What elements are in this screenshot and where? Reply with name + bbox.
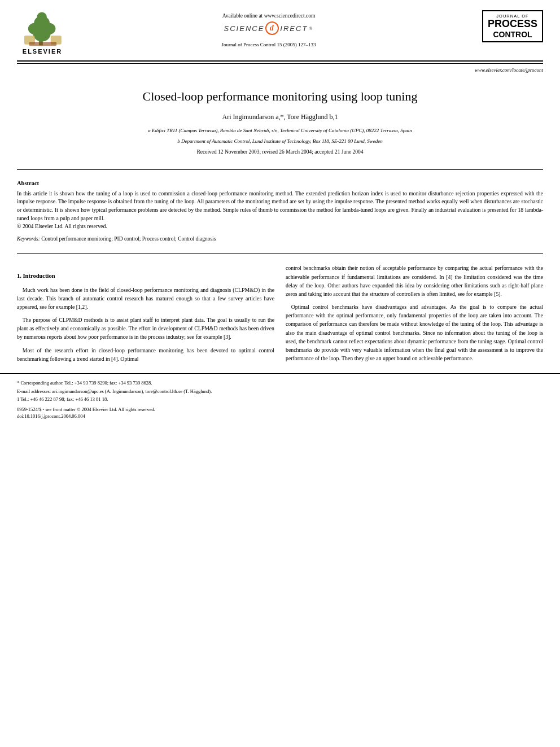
svg-rect-8 xyxy=(29,42,57,46)
intro-para1: Much work has been done in the field of … xyxy=(17,286,274,312)
direct-text: IRECT xyxy=(280,24,308,33)
header-center: Available online at www.sciencedirect.co… xyxy=(68,10,470,47)
abstract-rights: © 2004 Elsevier Ltd. All rights reserved… xyxy=(17,223,107,229)
header-bottom-rule xyxy=(17,63,543,64)
abstract-heading: Abstract xyxy=(17,180,543,186)
footnote1: 1 Tel.: +46 46 222 87 98; fax: +46 46 13… xyxy=(17,396,543,403)
header: ELSEVIER Available online at www.science… xyxy=(0,0,560,55)
affiliation-b: b Department of Automatic Control, Lund … xyxy=(45,138,515,146)
right-para2: Optimal control benchmarks have disadvan… xyxy=(286,303,543,362)
issn-line: 0959-1524/$ - see front matter © 2004 El… xyxy=(17,407,543,413)
abstract-text: In this article it is shown how the tuni… xyxy=(17,190,543,231)
corresponding-note: * Corresponding author. Tel.: +34 93 739… xyxy=(17,379,543,387)
paper-title: Closed-loop performance monitoring using… xyxy=(45,89,515,105)
right-para1: control benchmarks obtain their notion o… xyxy=(286,264,543,298)
elsevier-wordmark: ELSEVIER xyxy=(23,48,62,55)
abstract-section: Abstract In this article it is shown how… xyxy=(0,174,560,249)
svg-point-5 xyxy=(37,12,46,21)
abstract-top-rule xyxy=(17,169,543,170)
received-line: Received 12 November 2003; revised 26 Ma… xyxy=(45,149,515,155)
authors-line: Ari Ingimundarson a,*, Tore Hägglund b,1 xyxy=(45,113,515,121)
keywords-label: Keywords: xyxy=(17,236,40,242)
elsevier-tree-icon xyxy=(20,10,65,47)
body-top-rule xyxy=(17,253,543,254)
science-text: SCIENCE xyxy=(224,24,265,33)
page: ELSEVIER Available online at www.science… xyxy=(0,0,560,747)
header-top-rule xyxy=(17,60,543,62)
intro-para3: Most of the research effort in closed-lo… xyxy=(17,346,274,363)
website-url: www.elsevier.com/locate/jprocont xyxy=(0,67,560,73)
journal-citation: Journal of Process Control 15 (2005) 127… xyxy=(222,42,316,47)
left-column: 1. Introduction Much work has been done … xyxy=(17,264,274,368)
abstract-body: In this article it is shown how the tuni… xyxy=(17,190,543,221)
body-section: 1. Introduction Much work has been done … xyxy=(0,258,560,368)
keywords-text: Control performance monitoring; PID cont… xyxy=(41,236,216,242)
sciencedirect-logo: SCIENCE d IRECT ® xyxy=(224,21,314,35)
sd-circle-icon: d xyxy=(265,21,279,35)
registered-mark: ® xyxy=(309,26,313,31)
affiliation-a: a Edifici TR11 (Campus Terrassa), Rambla… xyxy=(45,127,515,135)
email-note: E-mail addresses: ari.ingimundarson@upc.… xyxy=(17,388,543,395)
footer-notes: * Corresponding author. Tel.: +34 93 739… xyxy=(0,373,560,426)
process-label: PROCESS xyxy=(488,19,537,30)
keywords-line: Keywords: Control performance monitoring… xyxy=(17,235,543,243)
elsevier-logo: ELSEVIER xyxy=(17,10,68,55)
available-online-text: Available online at www.sciencedirect.co… xyxy=(222,13,316,19)
footer-issn: 0959-1524/$ - see front matter © 2004 El… xyxy=(17,407,543,420)
right-column: control benchmarks obtain their notion o… xyxy=(286,264,543,368)
title-section: Closed-loop performance monitoring using… xyxy=(0,78,560,165)
doi-line: doi:10.1016/j.jprocont.2004.06.004 xyxy=(17,413,543,420)
journal-logo: JOURNAL OF PROCESS CONTROL xyxy=(470,10,543,42)
journal-box: JOURNAL OF PROCESS CONTROL xyxy=(482,10,543,42)
intro-para2: The purpose of CLPM&D methods is to assi… xyxy=(17,316,274,342)
control-label: CONTROL xyxy=(488,30,537,39)
section1-heading: 1. Introduction xyxy=(17,272,274,281)
